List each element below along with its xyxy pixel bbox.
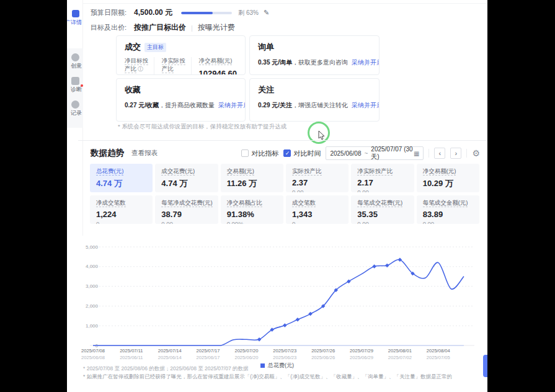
metric-compare-value: 0.00 (423, 220, 473, 224)
metric-compare-value: 0 (96, 220, 146, 224)
metric-card-3[interactable]: 交易额(元)11.26 万0.00 (221, 164, 283, 192)
metric-label: 成交花费(元) (161, 167, 211, 176)
metric-value: 2.37 (292, 178, 342, 187)
x-tick-secondary: 2025/06/29 (350, 355, 373, 360)
metric-label: 每笔净成交花费(元) (161, 199, 211, 207)
metric-label: 净成交笔数 (96, 199, 146, 207)
budget-value: 4,500.00 元 (134, 7, 172, 18)
metric-value: 91.38% (227, 210, 277, 219)
trend-chart-svg: 01,0002,0003,0004,0005,0002025/07/082025… (81, 242, 479, 369)
goal-card-favorite[interactable]: 收藏 0.27 元/收藏，提升商品收藏数量采纳并开启 (116, 78, 246, 122)
metric-label: 实际投产比 (292, 167, 342, 176)
favorite-title: 收藏 (125, 84, 237, 96)
primary-goal-badge: 主目标 (144, 43, 166, 52)
x-tick-primary: 2025/07/29 (350, 348, 373, 354)
floating-panel-handle[interactable] (483, 355, 487, 377)
metric-label: 净交易额占比 (227, 199, 277, 207)
data-point-marker[interactable] (296, 318, 300, 322)
chart-footnote-disclaimer: * 如果推广在暂停或删除前已经获得了曝光，那么在暂停或重建后展示「(净)交易额」… (83, 373, 452, 381)
x-tick-primary: 2025/07/20 (234, 348, 258, 354)
data-point-marker[interactable] (257, 337, 262, 342)
metric-value: 2.17 (357, 178, 407, 187)
metric-value: 4.74 万 (161, 178, 211, 189)
sidebar: 广详情创意诊断记录 (67, 0, 83, 236)
compare-metric-checkbox[interactable] (241, 149, 249, 157)
metric-value: 1,224 (96, 210, 146, 219)
y-tick-label: 4,000 (86, 264, 99, 269)
metric-label: 净交易额(元) (423, 167, 473, 176)
favorite-adopt-link[interactable]: 采纳并开启 (218, 102, 246, 109)
metric-card-5[interactable]: 净实际投产比2.170.00 (351, 164, 414, 192)
trend-chart: 01,0002,0003,0004,0005,0002025/07/082025… (81, 242, 479, 369)
y-tick-label: 1,000 (86, 323, 99, 329)
compare-time-checkbox[interactable]: ✓ (283, 149, 291, 157)
metric-card-12[interactable]: 每笔成交金额(元)83.890.00 (417, 195, 479, 224)
metric-compare-value: 0.00 (227, 190, 277, 192)
x-tick-primary: 2025/07/08 (81, 348, 105, 354)
x-tick-secondary: 2025/06/08 (81, 355, 105, 360)
goal-card-deal[interactable]: 成交 主目标 净目标投产比ⓘ 2.45✎ 净实际投产比 2.17 净交易额(元)… (116, 35, 246, 75)
data-point-marker[interactable] (308, 312, 313, 316)
follow-title: 关注 (258, 84, 371, 96)
sidebar-item-label: 记录 (71, 109, 82, 117)
budget-progress-bar (181, 12, 232, 14)
metric-card-2[interactable]: 成交花费(元)4.74 万0.00 (155, 164, 218, 192)
metric-card-1[interactable]: 总花费(元)4.74 万0.00 (90, 164, 153, 192)
data-point-marker[interactable] (398, 257, 402, 262)
gear-icon[interactable]: ⚙ (472, 148, 480, 158)
mouse-cursor-icon (317, 130, 326, 140)
metric-label: 每笔成交金额(元) (423, 199, 473, 207)
tab-bid-by-impression[interactable]: 按曝光计费 (198, 22, 235, 33)
budget-row: 预算日限额: 4,500.00 元 剩 63% ✎ (91, 7, 269, 18)
metric-compare-value: 0.00 (292, 189, 342, 192)
x-tick-primary: 2025/07/17 (197, 348, 220, 354)
x-tick-secondary: 2025/06/17 (197, 355, 220, 360)
section-divider (78, 140, 487, 141)
tab-bid-by-goal[interactable]: 按推广目标出价 (134, 22, 186, 33)
goal-card-follow[interactable]: 关注 0.29 元/关注，增强店铺关注转化采纳并开启 (249, 78, 380, 122)
x-tick-secondary: 2025/06/14 (158, 355, 182, 360)
budget-label: 预算日限额: (91, 8, 127, 17)
history-icon (71, 100, 79, 109)
metric-compare-value: 0.00 (423, 190, 473, 192)
prev-period-button[interactable]: ‹ (434, 148, 445, 159)
sidebar-item-label: 广详情 (67, 19, 82, 27)
metric-value: 83.89 (423, 210, 473, 219)
date-end: 2025/07/07 (30天) (371, 146, 414, 161)
data-point-marker[interactable] (372, 264, 376, 269)
x-tick-secondary: 2025/06/26 (311, 355, 335, 360)
x-tick-primary: 2025/08/01 (388, 348, 412, 354)
inquiry-adopt-link[interactable]: 采纳并开启 (352, 59, 380, 66)
metric-compare-value: 0.00 (161, 220, 211, 224)
metric-card-4[interactable]: 实际投产比2.370.00 (286, 164, 349, 192)
metric-card-7[interactable]: 净成交笔数1,2240 (90, 195, 153, 224)
goal-card-inquiry[interactable]: 询单 0.35 元/询单，获取更多意向咨询采纳并开启 (249, 35, 380, 75)
metric-label: 成交笔数 (292, 199, 342, 207)
metric-card-11[interactable]: 每笔成交花费(元)35.350.00 (351, 195, 414, 224)
deal-metric-net-actual-roi: 净实际投产比 2.17 (154, 57, 191, 75)
metric-card-9[interactable]: 净交易额占比91.38%0.00% (221, 195, 283, 224)
deal-title: 成交 (125, 42, 141, 53)
compare-metric-checkbox-group[interactable]: 对比指标 (241, 149, 278, 158)
app-window: 广详情创意诊断记录 预算日限额: 4,500.00 元 剩 63% ✎ 目标及出… (67, 0, 487, 392)
metric-card-8[interactable]: 每笔净成交花费(元)38.790.00 (155, 195, 218, 224)
budget-edit-icon[interactable]: ✎ (264, 9, 269, 17)
metric-compare-value: 0.00 (96, 190, 146, 192)
follow-adopt-link[interactable]: 采纳并开启 (352, 102, 380, 109)
deal-metric-net-target-roi: 净目标投产比ⓘ 2.45✎ (125, 57, 154, 75)
date-range-picker[interactable]: 2025/06/08 ~ 2025/07/07 (30天) ▦ (326, 146, 424, 160)
detail-icon (72, 10, 79, 17)
compare-time-checkbox-group[interactable]: ✓ 对比时间 (283, 149, 321, 158)
y-tick-label: 3,000 (86, 283, 99, 289)
view-report-link[interactable]: 查看报表 (131, 149, 158, 158)
metric-value: 38.79 (161, 210, 211, 219)
x-tick-secondary: 2025/06/11 (120, 355, 143, 360)
metric-compare-value: 0.00 (357, 189, 407, 192)
next-period-button[interactable]: › (450, 148, 461, 159)
metric-card-10[interactable]: 成交笔数1,3430 (286, 195, 349, 224)
x-tick-primary: 2025/07/14 (158, 348, 182, 354)
data-point-marker[interactable] (283, 323, 287, 327)
info-icon[interactable]: ⓘ (138, 66, 143, 72)
metric-card-6[interactable]: 净交易额(元)10.29 万0.00 (417, 164, 479, 192)
legend-swatch (260, 363, 265, 368)
